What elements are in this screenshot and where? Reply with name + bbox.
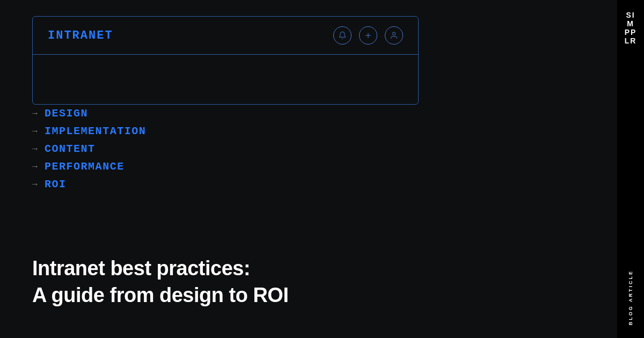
nav-arrow-implementation: → xyxy=(32,127,38,136)
logo-line3: PP xyxy=(625,28,637,36)
nav-arrow-content: → xyxy=(32,144,38,154)
nav-item-performance[interactable]: → PERFORMANCE xyxy=(32,160,146,173)
nav-item-roi[interactable]: → ROI xyxy=(32,178,146,190)
bottom-text: Intranet best practices: A guide from de… xyxy=(32,255,288,308)
browser-title: INTRANET xyxy=(48,29,113,42)
nav-label-roi: ROI xyxy=(45,178,67,190)
nav-items: → DESIGN → IMPLEMENTATION → CONTENT → PE… xyxy=(32,107,146,190)
nav-item-implementation[interactable]: → IMPLEMENTATION xyxy=(32,125,146,137)
user-icon-button[interactable] xyxy=(385,26,403,45)
nav-item-design[interactable]: → DESIGN xyxy=(32,107,146,120)
nav-label-content: CONTENT xyxy=(45,143,96,155)
nav-label-implementation: IMPLEMENTATION xyxy=(45,125,146,137)
plus-icon xyxy=(364,31,372,40)
plus-icon-button[interactable] xyxy=(359,26,377,45)
svg-point-2 xyxy=(392,32,395,35)
blog-article-label: BLOG ARTICLE xyxy=(628,270,633,327)
logo-line4: LR xyxy=(625,36,637,45)
bell-icon-button[interactable] xyxy=(333,26,352,45)
nav-arrow-design: → xyxy=(32,109,38,119)
bell-icon xyxy=(338,31,347,40)
browser-window: INTRANET xyxy=(32,16,419,105)
browser-body xyxy=(33,55,418,74)
browser-icons xyxy=(333,26,403,45)
logo-line1: SI xyxy=(626,11,635,19)
logo: SI M PP LR xyxy=(625,11,637,45)
headline-line1: Intranet best practices: xyxy=(32,257,250,280)
nav-label-design: DESIGN xyxy=(45,107,88,120)
browser-header: INTRANET xyxy=(33,17,418,55)
nav-arrow-performance: → xyxy=(32,162,38,172)
logo-line2: M xyxy=(627,19,634,28)
nav-arrow-roi: → xyxy=(32,180,38,189)
nav-label-performance: PERFORMANCE xyxy=(45,160,125,173)
user-icon xyxy=(390,31,398,40)
nav-item-content[interactable]: → CONTENT xyxy=(32,143,146,155)
right-sidebar: SI M PP LR BLOG ARTICLE xyxy=(617,0,644,338)
headline: Intranet best practices: A guide from de… xyxy=(32,255,288,308)
headline-line2: A guide from design to ROI xyxy=(32,284,288,306)
